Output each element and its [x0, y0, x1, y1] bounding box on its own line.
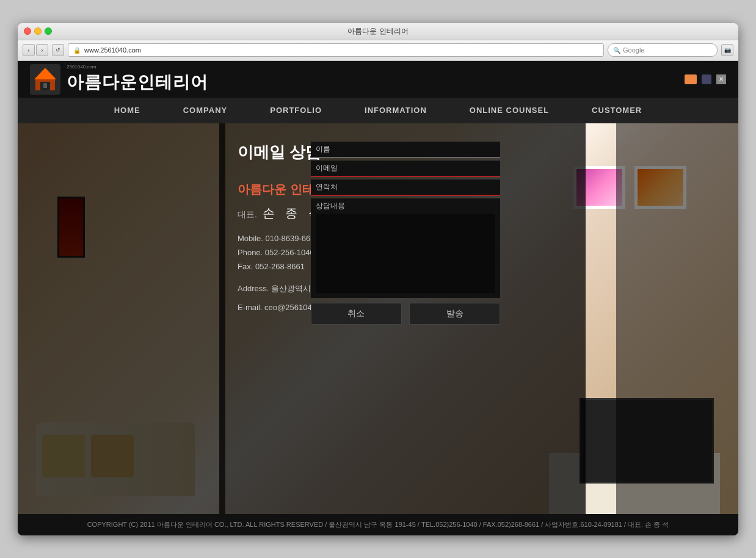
nav-home[interactable]: HOME	[93, 98, 162, 123]
header-icons: ✕	[685, 74, 726, 84]
logo-main-text: 아름다운인테리어	[67, 71, 208, 94]
logo-sub: 2561040.com	[67, 64, 208, 70]
nav-online-counsel[interactable]: ONLINE COUNSEL	[448, 98, 570, 123]
email-field-group: 이메일	[311, 161, 500, 177]
nav-company[interactable]: COMPANY	[162, 98, 249, 123]
site-nav: HOME COMPANY PORTFOLIO INFORMATION ONLIN…	[18, 98, 738, 123]
cancel-button[interactable]: 취소	[311, 303, 402, 325]
contact-input[interactable]	[343, 183, 495, 191]
nav-information[interactable]: INFORMATION	[343, 98, 448, 123]
header-icon-1[interactable]	[685, 74, 697, 84]
back-button[interactable]: ‹	[23, 44, 35, 56]
window-controls	[24, 27, 52, 35]
submit-button[interactable]: 발송	[409, 303, 500, 325]
rep-label: 대표.	[238, 209, 257, 219]
email-input[interactable]	[343, 164, 495, 172]
nav-customer[interactable]: CUSTOMER	[570, 98, 663, 123]
site-wrapper: 2561040.com 2561040.com 아름다운인테리어 ✕ HOME …	[18, 61, 738, 535]
footer-copyright: COPYRIGHT (C) 2011 아름다운 인테리어 CO., LTD. A…	[87, 521, 669, 528]
contact-field: 연락처	[311, 179, 500, 196]
logo-svg: 2561040.com	[32, 66, 59, 93]
email-form: 이름 이메일 연락처	[311, 142, 500, 325]
header-icon-close[interactable]: ✕	[716, 74, 726, 84]
right-panel	[616, 123, 738, 514]
site-footer: COPYRIGHT (C) 2011 아름다운 인테리어 CO., LTD. A…	[18, 514, 738, 535]
browser-title: 아름다운 인테리어	[347, 26, 408, 37]
nav-portfolio[interactable]: PORTFOLIO	[249, 98, 343, 123]
forward-button[interactable]: ›	[36, 44, 48, 56]
svg-marker-1	[34, 68, 56, 79]
site-logo: 2561040.com 2561040.com 아름다운인테리어	[30, 64, 208, 95]
camera-button[interactable]: 📷	[721, 44, 733, 56]
search-bar[interactable]: 🔍 Google	[608, 43, 718, 57]
browser-titlebar: 아름다운 인테리어	[18, 23, 738, 40]
logo-icon: 2561040.com	[30, 64, 60, 95]
svg-rect-3	[43, 83, 47, 88]
logo-text: 2561040.com 아름다운인테리어	[67, 64, 208, 94]
email-label: 이메일	[316, 163, 338, 173]
browser-toolbar: ‹ › ↺ 🔒 www.2561040.com 🔍 Google 📷	[18, 40, 738, 61]
name-label: 이름	[316, 144, 330, 154]
browser-window: 아름다운 인테리어 ‹ › ↺ 🔒 www.2561040.com 🔍 Goog…	[18, 23, 738, 535]
name-field: 이름	[311, 142, 500, 158]
site-main: 이메일 상담 아름다운 인테리어 대표. 손 종 석 Mobile. 010-8…	[18, 123, 738, 514]
message-textarea[interactable]	[316, 214, 495, 293]
refresh-button[interactable]: ↺	[52, 44, 64, 56]
name-input[interactable]	[335, 145, 495, 153]
contact-label: 연락처	[316, 182, 338, 192]
site-header: 2561040.com 2561040.com 아름다운인테리어 ✕	[18, 61, 738, 98]
form-buttons: 취소 발송	[311, 303, 500, 325]
minimize-button[interactable]	[34, 27, 42, 35]
url-bar[interactable]: 🔒 www.2561040.com	[68, 43, 604, 57]
message-field: 상담내용	[311, 198, 500, 298]
header-icon-2[interactable]	[702, 74, 711, 84]
left-panel	[18, 123, 225, 514]
message-label: 상담내용	[316, 201, 495, 211]
maximize-button[interactable]	[45, 27, 52, 35]
nav-buttons: ‹ ›	[23, 44, 48, 56]
close-button[interactable]	[24, 27, 31, 35]
form-overlay: 이메일 상담 아름다운 인테리어 대표. 손 종 석 Mobile. 010-8…	[219, 123, 586, 514]
